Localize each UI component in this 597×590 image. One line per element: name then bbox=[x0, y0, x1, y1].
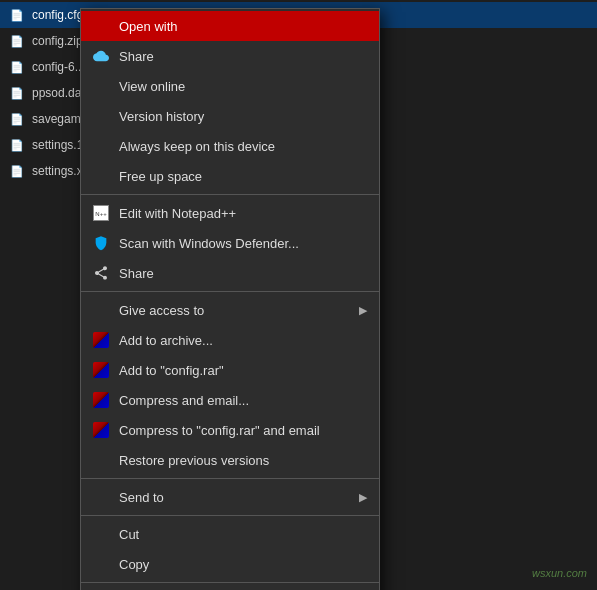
file-icon: 📄 bbox=[8, 32, 26, 50]
menu-item-icon-compress-email bbox=[91, 390, 111, 410]
menu-item-label-version-history: Version history bbox=[119, 109, 367, 124]
menu-item-add-config-rar[interactable]: Add to "config.rar" bbox=[81, 355, 379, 385]
menu-item-label-cut: Cut bbox=[119, 527, 367, 542]
menu-item-label-scan-defender: Scan with Windows Defender... bbox=[119, 236, 367, 251]
file-icon: 📄 bbox=[8, 162, 26, 180]
menu-item-always-keep[interactable]: Always keep on this device bbox=[81, 131, 379, 161]
file-icon: 📄 bbox=[8, 6, 26, 24]
watermark: wsxun.com bbox=[532, 565, 587, 580]
menu-item-label-add-config-rar: Add to "config.rar" bbox=[119, 363, 367, 378]
context-menu: Open withShareView onlineVersion history… bbox=[80, 8, 380, 590]
menu-item-restore-versions[interactable]: Restore previous versions bbox=[81, 445, 379, 475]
menu-item-icon-share-item bbox=[91, 263, 111, 283]
menu-separator bbox=[81, 582, 379, 583]
menu-item-label-restore-versions: Restore previous versions bbox=[119, 453, 367, 468]
menu-item-compress-email[interactable]: Compress and email... bbox=[81, 385, 379, 415]
menu-item-icon-add-config-rar bbox=[91, 360, 111, 380]
menu-item-open-with[interactable]: Open with bbox=[81, 11, 379, 41]
menu-item-share-cloud[interactable]: Share bbox=[81, 41, 379, 71]
file-icon: 📄 bbox=[8, 110, 26, 128]
menu-item-label-copy: Copy bbox=[119, 557, 367, 572]
menu-item-label-free-up-space: Free up space bbox=[119, 169, 367, 184]
menu-item-copy[interactable]: Copy bbox=[81, 549, 379, 579]
menu-item-add-archive[interactable]: Add to archive... bbox=[81, 325, 379, 355]
menu-item-version-history[interactable]: Version history bbox=[81, 101, 379, 131]
menu-separator bbox=[81, 515, 379, 516]
menu-item-icon-share-cloud bbox=[91, 46, 111, 66]
menu-item-compress-config-email[interactable]: Compress to "config.rar" and email bbox=[81, 415, 379, 445]
file-icon: 📄 bbox=[8, 84, 26, 102]
menu-separator bbox=[81, 291, 379, 292]
menu-item-give-access[interactable]: Give access to▶ bbox=[81, 295, 379, 325]
menu-item-view-online[interactable]: View online bbox=[81, 71, 379, 101]
menu-item-label-compress-email: Compress and email... bbox=[119, 393, 367, 408]
menu-item-icon-scan-defender bbox=[91, 233, 111, 253]
menu-separator bbox=[81, 478, 379, 479]
menu-item-edit-notepad[interactable]: N++Edit with Notepad++ bbox=[81, 198, 379, 228]
menu-item-label-share-cloud: Share bbox=[119, 49, 367, 64]
menu-item-icon-compress-config-email bbox=[91, 420, 111, 440]
menu-item-label-open-with: Open with bbox=[119, 19, 367, 34]
menu-item-icon-edit-notepad: N++ bbox=[91, 203, 111, 223]
menu-item-label-compress-config-email: Compress to "config.rar" and email bbox=[119, 423, 367, 438]
menu-item-share-item[interactable]: Share bbox=[81, 258, 379, 288]
menu-item-label-share-item: Share bbox=[119, 266, 367, 281]
menu-item-label-add-archive: Add to archive... bbox=[119, 333, 367, 348]
menu-item-cut[interactable]: Cut bbox=[81, 519, 379, 549]
submenu-arrow-send-to: ▶ bbox=[359, 491, 367, 504]
menu-item-create-shortcut[interactable]: Create shortcut bbox=[81, 586, 379, 590]
menu-item-label-send-to: Send to bbox=[119, 490, 359, 505]
menu-item-label-edit-notepad: Edit with Notepad++ bbox=[119, 206, 367, 221]
menu-item-label-always-keep: Always keep on this device bbox=[119, 139, 367, 154]
menu-item-send-to[interactable]: Send to▶ bbox=[81, 482, 379, 512]
menu-item-scan-defender[interactable]: Scan with Windows Defender... bbox=[81, 228, 379, 258]
menu-item-label-view-online: View online bbox=[119, 79, 367, 94]
menu-item-icon-add-archive bbox=[91, 330, 111, 350]
file-icon: 📄 bbox=[8, 58, 26, 76]
submenu-arrow-give-access: ▶ bbox=[359, 304, 367, 317]
file-icon: 📄 bbox=[8, 136, 26, 154]
menu-item-free-up-space[interactable]: Free up space bbox=[81, 161, 379, 191]
menu-separator bbox=[81, 194, 379, 195]
menu-item-label-give-access: Give access to bbox=[119, 303, 359, 318]
